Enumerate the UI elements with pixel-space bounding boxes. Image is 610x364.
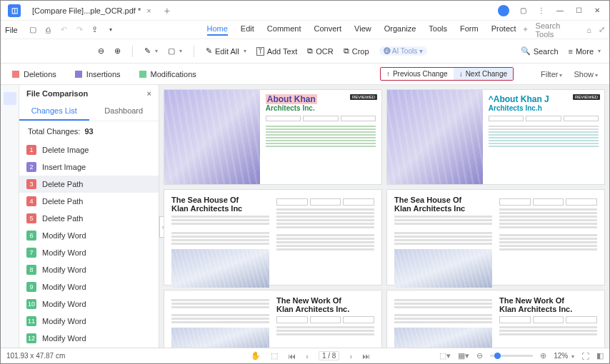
kebab-icon[interactable]: ⋮ bbox=[536, 6, 546, 16]
print-icon[interactable]: ⎙ bbox=[44, 25, 54, 35]
crop-button[interactable]: ⧉ Crop bbox=[344, 46, 369, 56]
change-row[interactable]: 12Modify Word bbox=[19, 330, 159, 347]
tab-changes-list[interactable]: Changes List bbox=[19, 102, 89, 121]
tab-organize[interactable]: Organize bbox=[384, 24, 416, 36]
change-row[interactable]: 6Modify Word bbox=[19, 227, 159, 244]
change-list[interactable]: 1Delete Image2Insert Image3Delete Path4D… bbox=[19, 141, 159, 348]
more-button[interactable]: ≡ More▾ bbox=[569, 47, 601, 56]
sidepanel-header: File Comparison × bbox=[19, 85, 159, 102]
cloud-icon[interactable]: ⌂ bbox=[586, 26, 591, 34]
page-indicator[interactable]: 1 / 8 bbox=[319, 351, 339, 360]
add-tab-button[interactable]: + bbox=[159, 5, 176, 16]
ai-tools-button[interactable]: 🅐 AI Tools ▾ bbox=[379, 46, 427, 56]
shape-icon[interactable]: ▢▾ bbox=[168, 46, 182, 56]
app-icon: ◫ bbox=[8, 4, 21, 17]
page-left-1[interactable]: REVIEWED About Khan Architects Inc. bbox=[164, 89, 382, 185]
fit-width-icon[interactable]: ⬚▾ bbox=[439, 351, 451, 360]
first-page-icon[interactable]: ⏮ bbox=[288, 352, 296, 360]
compare-panel-icon[interactable] bbox=[4, 92, 16, 105]
read-mode-icon[interactable]: ◧ bbox=[596, 351, 604, 360]
comment-icon[interactable]: ▢ bbox=[518, 6, 528, 16]
page-right-3[interactable]: The New Work OfKlan Architects Inc. bbox=[386, 290, 605, 348]
redo-icon[interactable]: ↷ bbox=[74, 25, 84, 35]
search-button[interactable]: 🔍 Search bbox=[521, 46, 559, 56]
add-text-button[interactable]: 🅃 Add Text bbox=[256, 47, 298, 56]
close-button[interactable]: ✕ bbox=[592, 6, 602, 16]
fullscreen-icon[interactable]: ⛶ bbox=[581, 352, 589, 360]
tab-protect[interactable]: Protect bbox=[491, 24, 516, 36]
minimize-button[interactable]: — bbox=[555, 6, 565, 16]
change-row[interactable]: 11Modify Word bbox=[19, 313, 159, 330]
change-row[interactable]: 3Delete Path bbox=[19, 176, 159, 193]
expand-icon[interactable]: ⤢ bbox=[599, 25, 605, 34]
change-row[interactable]: 1Delete Image bbox=[19, 141, 159, 158]
tab-edit[interactable]: Edit bbox=[241, 24, 254, 36]
change-number: 1 bbox=[26, 145, 36, 155]
change-row[interactable]: 8Modify Word bbox=[19, 261, 159, 278]
prev-page-icon[interactable]: ‹ bbox=[306, 352, 309, 360]
change-row[interactable]: 10Modify Word bbox=[19, 295, 159, 313]
tab-form[interactable]: Form bbox=[460, 24, 479, 36]
change-number: 8 bbox=[26, 265, 36, 275]
show-dropdown[interactable]: Show▾ bbox=[574, 70, 598, 79]
filter-dropdown[interactable]: Filter▾ bbox=[541, 70, 562, 79]
ocr-button[interactable]: ⧉ OCR bbox=[307, 46, 333, 56]
file-comparison-panel: File Comparison × Changes List Dashboard… bbox=[19, 85, 159, 348]
change-label: Modify Word bbox=[42, 283, 86, 291]
next-page-icon[interactable]: › bbox=[349, 352, 352, 360]
search-tools[interactable]: Search Tools bbox=[536, 21, 580, 39]
document-viewer[interactable]: ‹ REVIEWED About Khan Architects Inc. RE… bbox=[159, 85, 609, 348]
tab-convert[interactable]: Convert bbox=[314, 24, 342, 36]
maximize-button[interactable]: ☐ bbox=[574, 6, 584, 16]
coordinates: 101.93 x 47.87 cm bbox=[6, 352, 65, 360]
tab-home[interactable]: Home bbox=[207, 24, 228, 36]
layout-icon[interactable]: ▦▾ bbox=[458, 351, 469, 360]
next-change-button[interactable]: ↓ Next Change bbox=[454, 68, 513, 80]
tab-comment[interactable]: Comment bbox=[267, 24, 301, 36]
legend-insertions: Insertions bbox=[75, 70, 121, 79]
zoom-value[interactable]: 12% ▾ bbox=[554, 352, 574, 360]
last-page-icon[interactable]: ⏭ bbox=[362, 352, 370, 360]
file-menu[interactable]: File bbox=[5, 26, 18, 34]
zoom-in-status[interactable]: ⊕ bbox=[540, 351, 546, 360]
zoom-out-button[interactable]: ⊖ bbox=[98, 46, 104, 56]
change-number: 7 bbox=[26, 248, 36, 258]
dropdown-icon[interactable]: ▾ bbox=[106, 25, 116, 35]
change-row[interactable]: 2Insert Image bbox=[19, 158, 159, 176]
statusbar: 101.93 x 47.87 cm ✋ ⬚ ⏮ ‹ 1 / 8 › ⏭ ⬚▾ ▦… bbox=[1, 348, 609, 363]
close-panel-icon[interactable]: × bbox=[147, 89, 151, 98]
change-row[interactable]: 9Modify Word bbox=[19, 278, 159, 295]
avatar[interactable] bbox=[498, 5, 509, 16]
highlighter-icon[interactable]: ✎▾ bbox=[144, 46, 158, 56]
zoom-slider[interactable] bbox=[490, 355, 533, 357]
tab-dashboard[interactable]: Dashboard bbox=[89, 102, 159, 121]
change-row[interactable]: 4Delete Path bbox=[19, 193, 159, 210]
change-number: 4 bbox=[26, 196, 36, 206]
previous-change-button[interactable]: ↑ Previous Change bbox=[381, 68, 454, 80]
tab-view[interactable]: View bbox=[354, 24, 371, 36]
page-right-2[interactable]: The Sea House OfKlan Architects Inc bbox=[386, 189, 605, 285]
hand-tool-icon[interactable]: ✋ bbox=[251, 351, 261, 360]
page-right-1[interactable]: REVIEWED ^About Khan J Architects Inc.h bbox=[386, 89, 605, 185]
change-number: 11 bbox=[26, 316, 36, 326]
sparkle-icon[interactable]: ✦ bbox=[522, 25, 529, 34]
change-label: Modify Word bbox=[42, 300, 86, 308]
change-number: 6 bbox=[26, 231, 36, 241]
zoom-in-button[interactable]: ⊕ bbox=[114, 46, 121, 56]
change-number: 9 bbox=[26, 282, 36, 292]
share-icon[interactable]: ⇪ bbox=[90, 25, 100, 35]
reviewed-badge: REVIEWED bbox=[573, 94, 600, 100]
edit-all-button[interactable]: ✎ Edit All▾ bbox=[206, 46, 246, 56]
tab-tools[interactable]: Tools bbox=[429, 24, 447, 36]
close-icon[interactable]: × bbox=[146, 6, 151, 15]
select-tool-icon[interactable]: ⬚ bbox=[271, 351, 278, 360]
document-tab[interactable]: [Compare File]...ple_OCR.pdf * × bbox=[25, 1, 159, 20]
page-left-3[interactable]: The New Work OfKlan Architects Inc. bbox=[164, 290, 382, 348]
undo-icon[interactable]: ↶ bbox=[59, 25, 69, 35]
page-left-2[interactable]: The Sea House OfKlan Architects Inc bbox=[164, 189, 382, 285]
zoom-out-status[interactable]: ⊖ bbox=[476, 351, 483, 360]
total-changes: Total Changes:93 bbox=[19, 121, 159, 141]
change-row[interactable]: 5Delete Path bbox=[19, 210, 159, 227]
save-icon[interactable]: ▢ bbox=[28, 25, 38, 35]
change-row[interactable]: 7Modify Word bbox=[19, 244, 159, 261]
